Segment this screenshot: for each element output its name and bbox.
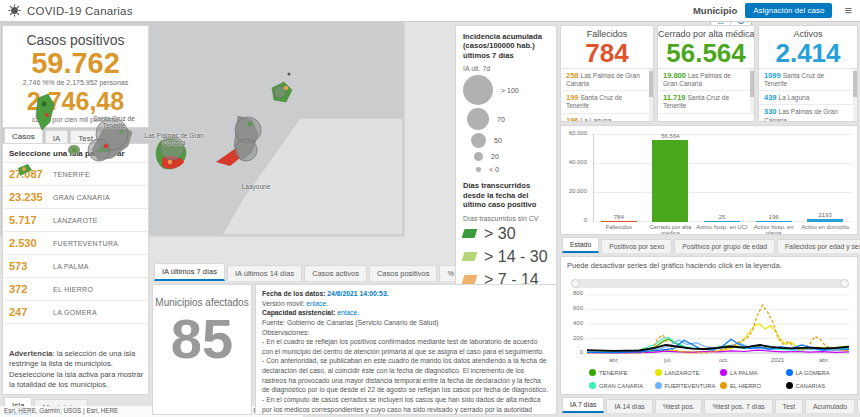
obs-bullet-1: - En el cuadro se reflejan los positivos… [262,337,550,356]
legend-ia-subtitle: IA últ. 7d [463,65,549,72]
activos-row: 1099Santa Cruz de Tenerife [759,69,857,92]
app-title: COVID-19 Canarias [27,5,133,17]
ia-line-chart-panel: Puede desactivar series del gráfico haci… [560,256,858,395]
legend-swatch-gt30 [462,229,478,238]
island-row-la-palma[interactable]: 573 LA PALMA [3,254,148,277]
tab-test[interactable]: Test [775,399,803,413]
legend-item-canarias[interactable]: CANARIAS [786,380,852,391]
bar-column: 25Activo hosp. en UCI [696,134,748,235]
menu-icon[interactable]: ≡ [844,4,852,17]
cerrado-panel: Cerrado por alta médica 56.564 19.800Las… [657,25,755,122]
legend-days-subtitle: Días trascurridos sin CV [463,215,549,222]
capacidad-label: Capacidad asistencial: [262,309,335,316]
virus-icon [8,4,21,17]
tab-test-pos[interactable]: %test pos. [655,399,703,413]
fallecidos-value: 784 [561,39,653,68]
cerrado-row: 11.719Santa Cruz de Tenerife [658,91,754,114]
bar-column: 2193Activo en domicilio [799,134,851,235]
bar-column: 784Fallecidos [593,134,645,235]
activos-panel: Activos 2.414 1099Santa Cruz de Tenerife… [758,25,858,122]
legend-swatch-7-14 [462,275,478,284]
line-xtick: abr. [609,357,619,363]
tab-ia-14-dias[interactable]: IA últimos 14 días [227,265,302,281]
tab-casos-positivos[interactable]: Casos positivos [369,265,438,281]
legend-item-el-hierro[interactable]: EL HIERRO [720,380,786,391]
map-legend-panel: Incidencia acumulada (casos/100000 hab.)… [455,25,557,285]
island-row-el-hierro[interactable]: 372 EL HIERRO [3,277,148,300]
scrollbar[interactable] [750,69,754,114]
fallecidos-panel: Fallecidos 784 258Las Palmas de Gran Can… [560,25,654,122]
tab-positivos-sexo[interactable]: Positivos por sexo [601,239,672,253]
legend-days-title: Días transcurridos desde la fecha del úl… [463,181,549,209]
tab-fallecidos-edad-sexo[interactable]: Fallecidos por edad y sexo [777,239,860,253]
tab-estado[interactable]: Estado [562,237,599,253]
tab-ia-14dias[interactable]: IA 14 días [606,399,652,413]
activos-row: 439La Laguna [759,91,857,105]
scrollbar[interactable] [649,69,653,122]
island-warning: Advertencia: la selección de una isla re… [9,349,144,390]
legend-hint-text: Puede desactivar series del gráfico haci… [561,257,857,270]
map-canvas [0,0,403,235]
time-range-slider[interactable] [571,279,849,288]
obs-bullet-3: - En el cómputo de casos cerrados se inc… [262,395,550,415]
line-xtick: abr. [819,357,829,363]
legend-circle-20 [474,152,483,161]
activos-value: 2.414 [759,39,857,68]
line-xtick: oct. [719,357,729,363]
legend-circle-50 [471,133,486,148]
legend-item-gran-canaria[interactable]: GRAN CANARIA [589,380,655,391]
fallecidos-row: 258Las Palmas de Gran Canaria [561,69,653,92]
version-label: Versión móvil: [262,300,304,307]
estado-bar-chart-panel: 60.000 40.000 20.000 0 784Fallecidos56.5… [560,125,858,235]
capacidad-link[interactable]: enlace. [337,309,359,316]
line-xtick: 2021 [771,357,784,363]
version-movil-link[interactable]: enlace. [306,300,328,307]
legend-swatch-14-30 [462,252,478,261]
map[interactable]: Santa Cruz de Tenerife Las Palmas de Gra… [0,0,405,237]
legend-item-fuerteventura[interactable]: FUERTEVENTURA [655,380,721,391]
legend-circle-70 [467,108,489,130]
scrollbar[interactable] [853,69,857,122]
bar-columns: 784Fallecidos56.564Cerrado por alta médi… [593,134,851,235]
fallecidos-row: 199Santa Cruz de Tenerife [561,91,653,114]
tab-acumulado[interactable]: Acumulado [805,399,855,413]
asignacion-del-caso-button[interactable]: Asignación del caso [745,3,832,18]
tab-ia-7-dias[interactable]: IA últimos 7 días [154,263,225,281]
tab-casos-activos[interactable]: Casos activos [304,265,367,281]
bar-ytick: 0 [561,217,587,223]
island-row-la-gomera[interactable]: 247 LA GOMERA [3,300,148,324]
bar-ytick: 40.000 [561,159,587,165]
tab-ia-7dias[interactable]: IA 7 días [562,397,604,413]
bar-column: 196Activo hosp. en planta [748,134,800,235]
legend-item-tenerife[interactable]: TENERIFE [589,367,655,378]
activos-row: 330Las Palmas de Gran Canaria [759,105,857,122]
legend-item-la-palma[interactable]: LA PALMA [720,367,786,378]
series-line-el-hierro [587,305,849,353]
municipios-afectados-panel: Municipios afectados 85 [152,284,252,415]
bar-column: 56.564Cerrado por alta médica [645,134,697,235]
fuente-line: Fuente: Gobierno de Canarias (Servicio C… [262,318,550,328]
series-legend: TENERIFE GRAN CANARIA LANZAROTE FUERTEVE… [589,367,851,391]
municipio-label: Municipio [693,5,737,16]
bar-ytick: 60.000 [561,130,587,136]
slider-handle-right[interactable] [840,279,849,288]
tab-positivos-edad[interactable]: Positivos por grupo de edad [674,239,775,253]
legend-circle-0 [476,167,481,172]
legend-item-lanzarote[interactable]: LANZAROTE [655,367,721,378]
observaciones-panel: Fecha de los datos: 24/6/2021 14:00:53. … [255,284,557,415]
app-header: COVID-19 Canarias Municipio Asignación d… [0,0,860,22]
fallecidos-row: 196La Laguna [561,114,653,122]
slider-handle-left[interactable] [571,279,580,288]
obs-bullet-2: - Con anterioridad, se publicaban en est… [262,356,550,395]
legend-item-la-gomera[interactable]: LA GOMERA [786,367,852,378]
fecha-value: 24/6/2021 14:00:53. [327,290,388,297]
fecha-label: Fecha de los datos: [262,290,325,297]
bar-ytick: 20.000 [561,188,587,194]
cerrado-value: 56.564 [658,39,754,68]
line-xtick: jul. [664,357,672,363]
tab-test-pos-7dias[interactable]: %test pos. 7 días [704,399,772,413]
line-plot-area [561,293,857,359]
observaciones-label: Observaciones: [262,328,550,338]
legend-ia-title: Incidencia acumulada (casos/100000 hab.)… [463,32,549,60]
legend-circle-100 [463,75,493,105]
